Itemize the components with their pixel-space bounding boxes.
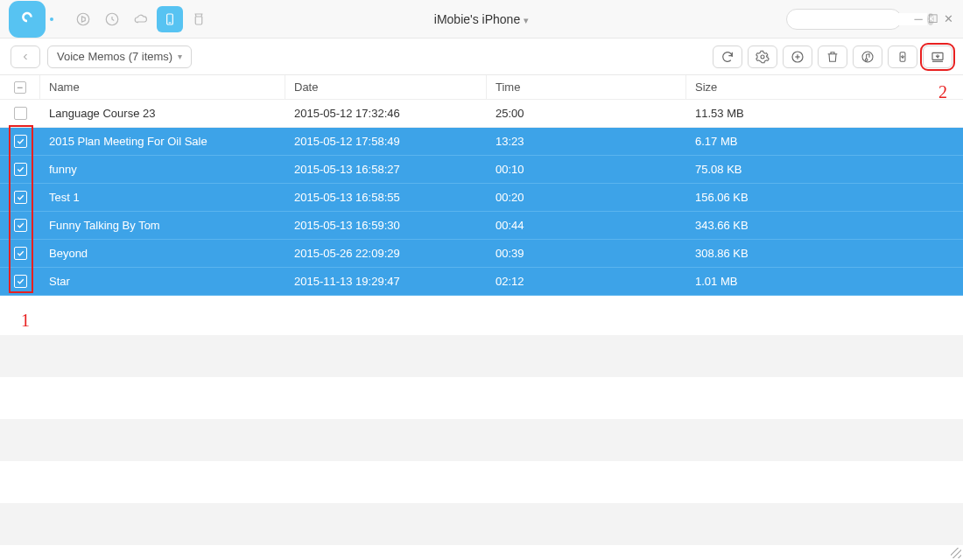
chevron-left-icon (20, 52, 31, 62)
column-header-time[interactable]: Time (487, 75, 686, 99)
cell-date: 2015-05-12 17:58:49 (285, 135, 487, 148)
cell-size: 308.86 KB (686, 247, 963, 260)
cell-date: 2015-05-13 16:59:30 (285, 219, 487, 232)
empty-rows-background (0, 293, 963, 560)
cell-size: 11.53 MB (686, 107, 963, 120)
cell-size: 343.66 KB (686, 219, 963, 232)
itunes-icon (861, 50, 875, 64)
table-row[interactable]: Test 12015-05-13 16:58:5500:20156.06 KB (0, 184, 963, 212)
chevron-down-icon: ▾ (178, 52, 182, 61)
device-name: iMobie's iPhone (434, 12, 520, 26)
settings-button[interactable] (748, 46, 777, 68)
table-row[interactable]: 2015 Plan Meeting For Oil Sale2015-05-12… (0, 128, 963, 156)
select-all-checkbox[interactable]: − (14, 81, 26, 94)
to-computer-icon (930, 50, 945, 64)
cell-date: 2015-11-13 19:29:47 (285, 275, 487, 288)
cell-name: Funny Talking By Tom (40, 219, 285, 232)
row-checkbox[interactable] (14, 275, 27, 288)
app-logo (9, 1, 46, 38)
delete-button[interactable] (818, 46, 847, 68)
back-button[interactable] (11, 46, 40, 68)
trash-icon (826, 50, 840, 64)
cell-size: 6.17 MB (686, 135, 963, 148)
tab-audio[interactable] (70, 6, 96, 32)
cell-name: Star (40, 275, 285, 288)
to-computer-button[interactable] (923, 46, 952, 68)
cell-time: 00:10 (487, 163, 686, 176)
minimize-button[interactable]: ─ (912, 13, 924, 25)
cell-date: 2015-05-12 17:32:46 (285, 107, 487, 120)
plus-circle-icon (791, 50, 805, 64)
breadcrumb-dropdown[interactable]: Voice Memos (7 items) ▾ (47, 46, 192, 68)
row-checkbox[interactable] (14, 107, 27, 120)
row-checkbox[interactable] (14, 163, 27, 176)
cell-name: Language Course 23 (40, 107, 285, 120)
cell-name: Beyond (40, 247, 285, 260)
table-row[interactable]: Funny Talking By Tom2015-05-13 16:59:300… (0, 212, 963, 240)
cell-time: 00:44 (487, 219, 686, 232)
cell-time: 00:39 (487, 247, 686, 260)
breadcrumb-label: Voice Memos (7 items) (57, 50, 172, 63)
to-itunes-button[interactable] (853, 46, 882, 68)
svg-point-0 (77, 13, 89, 25)
cell-time: 02:12 (487, 275, 686, 288)
cell-name: funny (40, 163, 285, 176)
svg-point-6 (761, 55, 764, 59)
search-box[interactable]: ✕ (786, 9, 902, 30)
category-tabs (70, 6, 212, 32)
to-device-icon (896, 50, 909, 64)
add-button[interactable] (783, 46, 812, 68)
table-body: Language Course 232015-05-12 17:32:4625:… (0, 100, 963, 296)
row-checkbox[interactable] (14, 247, 27, 260)
cell-time: 13:23 (487, 135, 686, 148)
to-device-button[interactable] (888, 46, 917, 68)
cell-size: 156.06 KB (686, 191, 963, 204)
row-checkbox[interactable] (14, 219, 27, 232)
column-header-name[interactable]: Name (40, 75, 285, 99)
gear-icon (756, 50, 770, 64)
table-header: − Name Date Time Size (0, 75, 963, 100)
row-checkbox[interactable] (14, 135, 27, 148)
search-input[interactable] (796, 13, 927, 25)
cell-date: 2015-05-26 22:09:29 (285, 247, 487, 260)
table-row[interactable]: Star2015-11-13 19:29:4702:121.01 MB (0, 268, 963, 296)
table-row[interactable]: Language Course 232015-05-12 17:32:4625:… (0, 100, 963, 128)
table-row[interactable]: funny2015-05-13 16:58:2700:1075.08 KB (0, 156, 963, 184)
titlebar: iMobie's iPhone▾ ✕ ─ ☐ ✕ (0, 0, 963, 38)
refresh-icon (720, 50, 735, 64)
refresh-button[interactable] (713, 46, 742, 68)
column-header-size[interactable]: Size (686, 75, 963, 99)
cell-time: 25:00 (487, 107, 686, 120)
cell-time: 00:20 (487, 191, 686, 204)
maximize-button[interactable]: ☐ (927, 13, 939, 25)
toolbar: Voice Memos (7 items) ▾ (0, 38, 963, 75)
resize-grip[interactable] (951, 548, 961, 558)
cell-size: 75.08 KB (686, 163, 963, 176)
tab-history[interactable] (99, 6, 125, 32)
chevron-down-icon: ▾ (524, 15, 529, 25)
tab-cloud[interactable] (128, 6, 154, 32)
cell-date: 2015-05-13 16:58:27 (285, 163, 487, 176)
column-header-date[interactable]: Date (285, 75, 487, 99)
cell-name: 2015 Plan Meeting For Oil Sale (40, 135, 285, 148)
close-button[interactable]: ✕ (942, 13, 954, 25)
cell-date: 2015-05-13 16:58:55 (285, 191, 487, 204)
row-checkbox[interactable] (14, 191, 27, 204)
tab-device[interactable] (157, 6, 183, 32)
cell-size: 1.01 MB (686, 275, 963, 288)
table-row[interactable]: Beyond2015-05-26 22:09:2900:39308.86 KB (0, 240, 963, 268)
cell-name: Test 1 (40, 191, 285, 204)
logo-dot-icon (47, 15, 56, 24)
tab-apps[interactable] (186, 6, 212, 32)
